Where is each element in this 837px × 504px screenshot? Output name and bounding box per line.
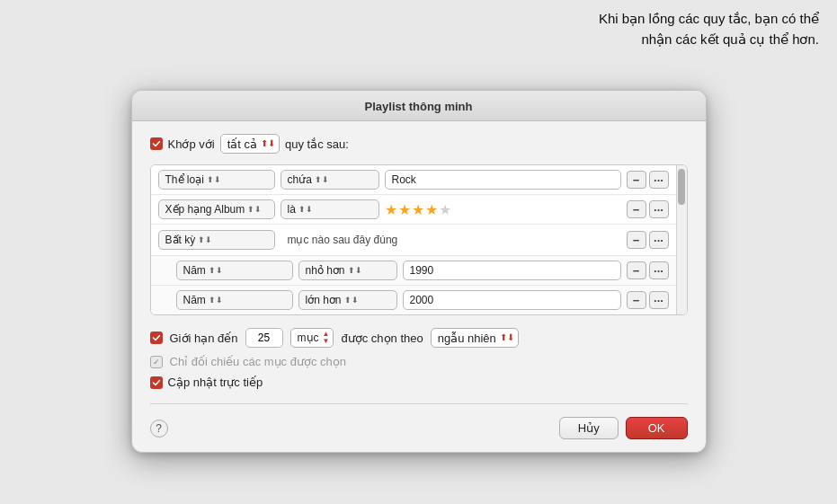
- rule2-field-select[interactable]: Xếp hạng Album ⬆⬇: [158, 199, 275, 219]
- rule-row: Thể loại ⬆⬇ chứa ⬆⬇ − ···: [151, 165, 676, 195]
- rule5-operator-select[interactable]: lớn hơn ⬆⬇: [298, 290, 397, 310]
- rule5-remove-button[interactable]: −: [627, 291, 646, 309]
- rule1-buttons: − ···: [627, 171, 669, 189]
- rule4-field-select[interactable]: Năm ⬆⬇: [176, 261, 293, 280]
- rule2-remove-button[interactable]: −: [627, 200, 646, 218]
- rule3-remove-button[interactable]: −: [627, 231, 646, 249]
- only-checked-row: ✓ Chỉ đối chiếu các mục được chọn: [150, 355, 688, 368]
- match-type-select[interactable]: tất cả ⬆⬇: [220, 134, 280, 154]
- match-label: Khớp với: [168, 137, 215, 151]
- star4: ★: [425, 201, 438, 218]
- live-update-checkbox[interactable]: [150, 376, 163, 389]
- dialog-content: Khớp với tất cả ⬆⬇ quy tắc sau: Thể loại: [132, 121, 706, 452]
- smart-playlist-dialog: Playlist thông minh Khớp với tất cả ⬆⬇ q…: [131, 90, 707, 453]
- star3: ★: [412, 201, 424, 218]
- rule-row-nested: Năm ⬆⬇ nhỏ hơn ⬆⬇ − ···: [151, 256, 676, 286]
- limit-by-select[interactable]: ngẫu nhiên ⬆⬇: [431, 328, 519, 348]
- limit-label: Giới hạn đến: [170, 332, 238, 345]
- rule4-operator-select[interactable]: nhỏ hơn ⬆⬇: [298, 261, 397, 280]
- tooltip-line1: Khi bạn lồng các quy tắc, bạn có thể: [540, 9, 819, 30]
- help-button[interactable]: ?: [150, 420, 168, 438]
- rule2-buttons: − ···: [627, 200, 669, 218]
- rule5-value-input[interactable]: [403, 290, 621, 310]
- rule-row: Xếp hạng Album ⬆⬇ là ⬆⬇ ★ ★ ★: [151, 195, 676, 225]
- limit-by-chevrons: ⬆⬇: [500, 333, 514, 342]
- limit-by-label: được chọn theo: [341, 332, 423, 345]
- limit-unit-select[interactable]: mục ▲ ▼: [290, 328, 334, 348]
- match-checkbox[interactable]: [150, 137, 163, 150]
- tooltip: Khi bạn lồng các quy tắc, bạn có thể nhậ…: [540, 9, 819, 49]
- rule5-field-select[interactable]: Năm ⬆⬇: [176, 290, 293, 310]
- tooltip-line2: nhận các kết quả cụ thể hơn.: [540, 30, 819, 50]
- rule3-buttons: − ···: [627, 231, 669, 249]
- rules-wrapper: Thể loại ⬆⬇ chứa ⬆⬇ − ···: [150, 164, 688, 315]
- star2: ★: [398, 201, 411, 218]
- rule3-any-text: mục nào sau đây đúng: [280, 229, 405, 251]
- match-suffix: quy tắc sau:: [285, 137, 349, 151]
- match-row: Khớp với tất cả ⬆⬇ quy tắc sau:: [150, 134, 688, 154]
- rule1-field-select[interactable]: Thể loại ⬆⬇: [158, 170, 275, 190]
- only-checked-mark: ✓: [153, 358, 160, 367]
- rule4-remove-button[interactable]: −: [627, 261, 646, 279]
- scrollbar-thumb: [678, 169, 685, 205]
- rule4-more-button[interactable]: ···: [649, 261, 669, 279]
- rule2-operator-select[interactable]: là ⬆⬇: [280, 199, 379, 219]
- rule4-buttons: − ···: [627, 261, 669, 279]
- rule-row-nested: Năm ⬆⬇ lớn hơn ⬆⬇ − ···: [151, 286, 676, 314]
- rule3-field-select[interactable]: Bất kỳ ⬆⬇: [158, 230, 275, 250]
- star5: ★: [439, 201, 451, 218]
- rule-row: Bất kỳ ⬆⬇ mục nào sau đây đúng − ···: [151, 225, 676, 256]
- cancel-button[interactable]: Hủy: [559, 417, 619, 439]
- rule3-more-button[interactable]: ···: [649, 231, 669, 249]
- limit-checkbox[interactable]: [150, 332, 163, 344]
- rule1-operator-select[interactable]: chứa ⬆⬇: [280, 170, 379, 190]
- rule5-more-button[interactable]: ···: [649, 291, 669, 309]
- rule4-value-input[interactable]: [403, 261, 621, 280]
- footer-row: ? Hủy OK: [150, 413, 688, 439]
- only-checked-checkbox[interactable]: ✓: [150, 356, 163, 368]
- dialog-container: Playlist thông minh Khớp với tất cả ⬆⬇ q…: [131, 90, 707, 453]
- ok-button[interactable]: OK: [626, 417, 688, 439]
- rules-scrollbar[interactable]: [676, 165, 687, 314]
- limit-row: Giới hạn đến mục ▲ ▼ được chọn theo ngẫu…: [150, 328, 688, 348]
- footer-buttons: Hủy OK: [559, 417, 688, 439]
- rule1-remove-button[interactable]: −: [627, 171, 646, 189]
- rule2-stars-value[interactable]: ★ ★ ★ ★ ★: [385, 201, 451, 218]
- live-update-label: Cập nhật trực tiếp: [168, 376, 263, 389]
- only-checked-label: Chỉ đối chiếu các mục được chọn: [170, 355, 347, 368]
- rule2-more-button[interactable]: ···: [649, 200, 669, 218]
- rule1-value-input[interactable]: [385, 170, 621, 190]
- rules-container: Thể loại ⬆⬇ chứa ⬆⬇ − ···: [150, 164, 688, 315]
- title-bar: Playlist thông minh: [132, 91, 706, 121]
- rule1-more-button[interactable]: ···: [649, 171, 669, 189]
- rules-inner: Thể loại ⬆⬇ chứa ⬆⬇ − ···: [151, 165, 676, 314]
- limit-value-input[interactable]: [245, 328, 283, 348]
- live-update-row: Cập nhật trực tiếp: [150, 376, 688, 389]
- match-type-chevrons: ⬆⬇: [261, 139, 275, 148]
- rule5-buttons: − ···: [627, 291, 669, 309]
- star1: ★: [385, 201, 397, 218]
- footer-separator: [150, 403, 688, 404]
- dialog-title: Playlist thông minh: [365, 100, 473, 113]
